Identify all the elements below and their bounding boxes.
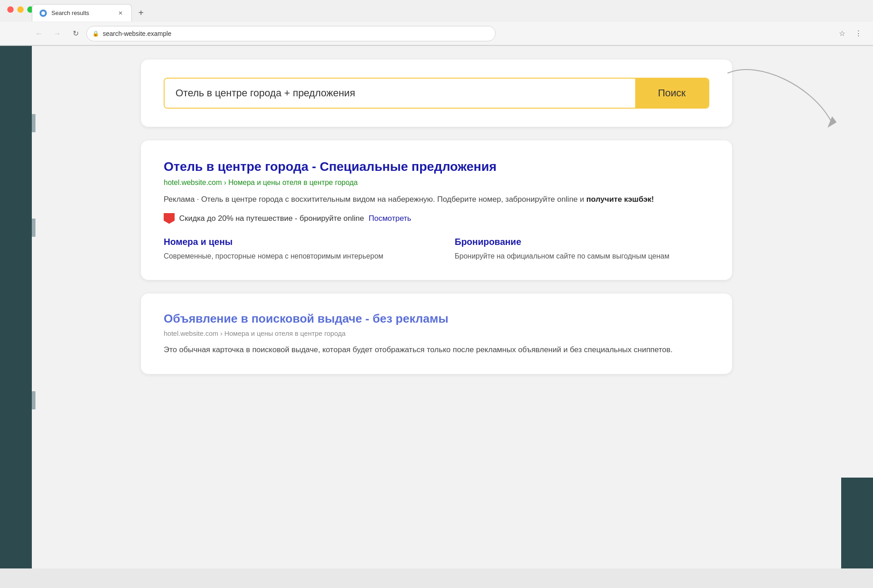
search-input[interactable] [165,79,635,108]
annotation-marker-3 [32,391,35,409]
menu-button[interactable]: ⋮ [851,26,866,41]
side-panel-right [841,478,873,568]
reload-button[interactable]: ↻ [68,26,83,41]
tab-favicon [40,10,47,17]
minimize-traffic-light[interactable] [17,6,24,13]
active-tab[interactable]: Search results ✕ [32,4,132,21]
tab-bar: Search results ✕ + [0,0,873,22]
sitelink-2-desc: Бронируйте на официальном сайте по самым… [455,251,709,262]
sitelink-2: Бронирование Бронируйте на официальном с… [455,237,709,262]
search-box: Поиск [164,78,709,109]
sitelink-2-title[interactable]: Бронирование [455,237,709,247]
organic-result-title[interactable]: Объявление в поисковой выдаче - без рекл… [164,312,709,326]
page-wrapper: Поиск Отель в центре города - Специальны… [0,46,873,568]
back-button[interactable]: ← [32,26,46,41]
new-tab-button[interactable]: + [134,5,148,20]
ad-description-bold: получите кэшбэк! [587,195,654,204]
promo-link[interactable]: Посмотреть [369,214,411,223]
organic-result-description: Это обычная карточка в поисковой выдаче,… [164,344,709,356]
bookmark-button[interactable]: ☆ [835,26,849,41]
content-area: Поиск Отель в центре города - Специальны… [141,60,732,555]
annotation-arrow [723,50,850,141]
sitelinks: Номера и цены Современные, просторные но… [164,237,709,262]
ad-result-title[interactable]: Отель в центре города - Специальные пред… [164,159,709,175]
traffic-lights [7,6,34,13]
promo-label: Скидка до 20% на путешествие - бронируйт… [179,214,364,223]
lock-icon: 🔒 [92,30,99,37]
search-card: Поиск [141,60,732,127]
ad-label: Реклама [164,195,195,204]
annotation-marker-2 [32,219,35,237]
sitelink-1-desc: Современные, просторные номера с неповто… [164,251,418,262]
promo-tag-icon [164,213,175,224]
svg-marker-0 [828,116,837,128]
sitelink-1-title[interactable]: Номера и цены [164,237,418,247]
ad-result-card: Отель в центре города - Специальные пред… [141,140,732,280]
address-text: search-website.example [103,30,490,37]
organic-result-card: Объявление в поисковой выдаче - без рекл… [141,294,732,374]
ad-result-description: Реклама · Отель в центре города с восхит… [164,193,709,205]
search-button[interactable]: Поиск [635,79,708,108]
ad-description-text: · Отель в центре города с восхитительным… [197,195,584,204]
ad-result-url: hotel.website.com › Номера и цены отеля … [164,179,709,187]
side-panel-left [0,46,32,568]
annotation-marker-1 [32,114,35,132]
browser-chrome: Search results ✕ + ← → ↻ 🔒 search-websit… [0,0,873,46]
address-bar[interactable]: 🔒 search-website.example [86,26,496,41]
tab-title: Search results [51,10,112,16]
forward-button[interactable]: → [50,26,65,41]
close-traffic-light[interactable] [7,6,14,13]
organic-result-url: hotel.website.com › Номера и цены отеля … [164,329,709,337]
nav-bar: ← → ↻ 🔒 search-website.example ☆ ⋮ [0,22,873,45]
nav-actions: ☆ ⋮ [835,26,866,41]
sitelink-1: Номера и цены Современные, просторные но… [164,237,418,262]
promo-line: Скидка до 20% на путешествие - бронируйт… [164,213,709,224]
tab-close-button[interactable]: ✕ [117,10,124,17]
